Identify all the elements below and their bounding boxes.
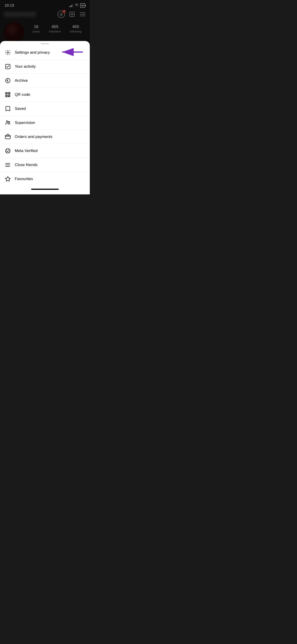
username-blur: [4, 12, 36, 17]
svg-rect-18: [6, 96, 7, 96]
threads-badge: 4: [62, 10, 66, 13]
header-icons: @ 4: [58, 10, 86, 18]
favourites-label: Favourites: [15, 177, 33, 181]
status-bar: 10:13 88: [0, 0, 90, 10]
signal-icon: [69, 4, 73, 7]
stats-row: 16 posts 465 followers 465 following: [28, 22, 86, 33]
saved-label: Saved: [15, 106, 26, 111]
menu-item-favourites[interactable]: Favourites: [0, 172, 90, 186]
status-icons: 88: [69, 3, 85, 8]
verified-icon: [4, 148, 11, 154]
archive-icon: [4, 78, 11, 84]
menu-item-activity[interactable]: Your activity: [0, 60, 90, 74]
avatar-image: [4, 22, 24, 43]
profile-content: 16 posts 465 followers 465 following: [0, 20, 90, 43]
menu-item-saved[interactable]: Saved: [0, 102, 90, 116]
close-friends-label: Close friends: [15, 162, 38, 167]
followers-count: 465: [51, 24, 58, 29]
svg-marker-37: [5, 176, 10, 181]
profile-header: @ 4: [0, 10, 90, 20]
followers-stat[interactable]: 465 followers: [49, 24, 61, 33]
posts-count: 16: [34, 24, 38, 29]
qr-label: QR code: [15, 92, 30, 97]
supervision-label: Supervision: [15, 120, 35, 125]
battery-level: 88: [81, 4, 84, 7]
settings-label: Settings and privacy: [15, 50, 50, 55]
archive-label: Archive: [15, 78, 28, 83]
svg-point-9: [7, 52, 9, 54]
add-post-button[interactable]: [68, 11, 76, 18]
posts-stat[interactable]: 16 posts: [33, 24, 40, 33]
menu-item-settings[interactable]: Settings and privacy: [0, 46, 90, 60]
wifi-icon: [74, 4, 79, 8]
posts-label: posts: [33, 30, 40, 33]
followers-label: followers: [49, 30, 61, 33]
threads-icon[interactable]: @ 4: [58, 10, 65, 18]
hamburger-menu-button[interactable]: [79, 11, 86, 18]
menu-item-supervision[interactable]: Supervision: [0, 116, 90, 130]
qr-icon: [4, 92, 11, 98]
menu-item-archive[interactable]: Archive: [0, 74, 90, 88]
activity-icon: [4, 63, 11, 70]
supervision-icon: [4, 120, 11, 126]
svg-point-30: [6, 148, 10, 153]
home-indicator: [31, 189, 59, 190]
orders-label: Orders and payments: [15, 134, 52, 139]
close-friends-icon: [4, 162, 11, 168]
menu-item-close-friends[interactable]: Close friends: [0, 158, 90, 172]
battery-icon: 88: [80, 3, 85, 8]
following-count: 465: [72, 24, 79, 29]
settings-icon: [4, 49, 11, 56]
bottom-sheet: Settings and privacy Your activity: [0, 41, 90, 194]
verified-label: Meta Verified: [15, 148, 38, 153]
svg-point-27: [8, 122, 10, 122]
menu-item-qr[interactable]: QR code: [0, 88, 90, 102]
sheet-handle: [41, 43, 49, 44]
avatar: [4, 22, 24, 43]
orders-icon: [4, 134, 11, 140]
following-label: following: [70, 30, 82, 33]
svg-rect-17: [9, 93, 10, 94]
saved-icon: [4, 106, 11, 112]
following-stat[interactable]: 465 following: [70, 24, 82, 33]
svg-rect-28: [5, 136, 10, 139]
activity-label: Your activity: [15, 64, 36, 69]
favourites-icon: [4, 176, 11, 182]
time: 10:13: [4, 4, 14, 8]
menu-item-orders[interactable]: Orders and payments: [0, 130, 90, 144]
menu-item-verified[interactable]: Meta Verified: [0, 144, 90, 158]
arrow-annotation: [58, 48, 85, 58]
svg-point-26: [6, 121, 8, 122]
svg-rect-16: [6, 93, 7, 94]
